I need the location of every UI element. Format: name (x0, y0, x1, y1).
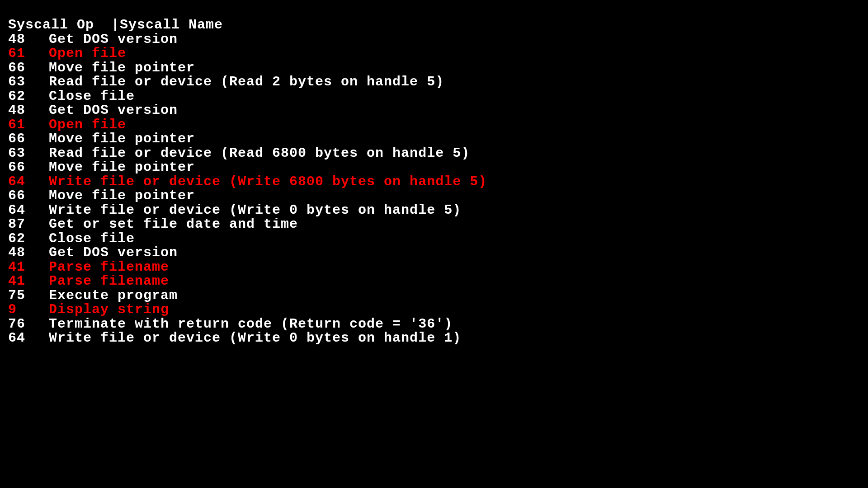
header-col-name: Syscall Name (120, 17, 223, 33)
table-row: 87Get or set file date and time (8, 217, 868, 232)
syscall-name: Get DOS version (49, 32, 178, 47)
table-row: 63Read file or device (Read 6800 bytes o… (8, 146, 868, 161)
syscall-op: 64 (8, 175, 49, 189)
syscall-name: Get DOS version (49, 245, 178, 260)
table-row: 61Open file (8, 118, 868, 132)
syscall-name: Open file (49, 46, 126, 61)
syscall-name: Write file or device (Write 0 bytes on h… (49, 202, 461, 218)
syscall-name: Read file or device (Read 2 bytes on han… (49, 74, 444, 89)
syscall-op: 61 (8, 47, 49, 61)
syscall-op: 64 (8, 203, 49, 218)
syscall-op: 48 (8, 33, 49, 47)
syscall-op: 75 (8, 289, 49, 303)
table-row: 61Open file (8, 47, 868, 61)
syscall-op: 41 (8, 274, 49, 289)
syscall-op: 66 (8, 189, 49, 203)
table-row: 64Write file or device (Write 0 bytes on… (8, 203, 868, 218)
table-row: 9Display string (8, 303, 868, 317)
table-row: 63Read file or device (Read 2 bytes on h… (8, 75, 868, 89)
syscall-name: Close file (49, 231, 135, 246)
syscall-name: Open file (49, 117, 126, 132)
syscall-name: Write file or device (Write 0 bytes on h… (49, 330, 461, 346)
table-row: 66Move file pointer (8, 61, 868, 75)
table-row: 64Write file or device (Write 0 bytes on… (8, 331, 868, 346)
syscall-name: Close file (49, 89, 135, 104)
syscall-name: Get DOS version (49, 103, 178, 118)
syscall-name: Move file pointer (49, 131, 195, 146)
syscall-op: 76 (8, 317, 49, 332)
syscall-name: Execute program (49, 288, 178, 303)
syscall-op: 66 (8, 160, 49, 175)
table-row: 62Close file (8, 232, 868, 246)
syscall-name: Move file pointer (49, 60, 195, 75)
syscall-op: 9 (8, 303, 49, 317)
table-row: 48Get DOS version (8, 103, 868, 118)
table-row: 48Get DOS version (8, 33, 868, 47)
syscall-op: 64 (8, 331, 49, 346)
syscall-name: Move file pointer (49, 160, 195, 175)
syscall-op: 61 (8, 118, 49, 132)
table-row: 75Execute program (8, 289, 868, 303)
syscall-name: Display string (49, 302, 169, 317)
table-row: 62Close file (8, 89, 868, 104)
syscall-op: 48 (8, 246, 49, 260)
table-row: 66Move file pointer (8, 132, 868, 146)
header-col-op: Syscall Op (8, 17, 94, 33)
syscall-op: 48 (8, 103, 49, 118)
table-row: 41Parse filename (8, 274, 868, 289)
syscall-op: 63 (8, 75, 49, 89)
syscall-op: 87 (8, 217, 49, 232)
syscall-name: Parse filename (49, 259, 169, 275)
table-row: 76Terminate with return code (Return cod… (8, 317, 868, 332)
syscall-name: Terminate with return code (Return code … (49, 316, 453, 332)
table-row: 41Parse filename (8, 260, 868, 275)
syscall-op: 62 (8, 89, 49, 104)
table-row: 66Move file pointer (8, 160, 868, 175)
table-row: 66Move file pointer (8, 189, 868, 203)
syscall-name: Write file or device (Write 6800 bytes o… (49, 174, 487, 189)
table-header: Syscall Op |Syscall Name (8, 18, 868, 33)
syscall-op: 63 (8, 146, 49, 161)
syscall-name: Get or set file date and time (49, 216, 298, 232)
syscall-op: 66 (8, 132, 49, 146)
syscall-op: 62 (8, 232, 49, 246)
syscall-name: Parse filename (49, 273, 169, 289)
syscall-list: 48Get DOS version61Open file66Move file … (8, 33, 868, 346)
syscall-op: 66 (8, 61, 49, 75)
table-row: 48Get DOS version (8, 246, 868, 260)
syscall-op: 41 (8, 260, 49, 275)
syscall-name: Move file pointer (49, 188, 195, 203)
syscall-name: Read file or device (Read 6800 bytes on … (49, 145, 470, 161)
table-row: 64Write file or device (Write 6800 bytes… (8, 175, 868, 189)
